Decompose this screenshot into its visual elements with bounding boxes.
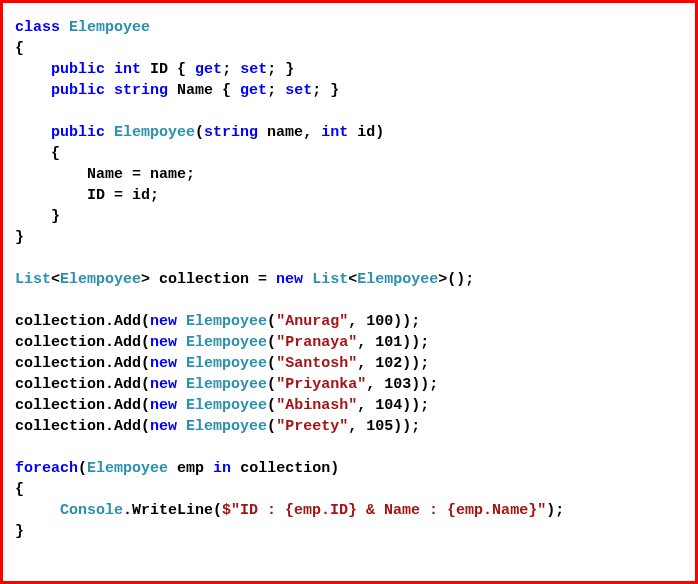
var-collection: collection	[15, 418, 105, 435]
var-collection: collection	[15, 397, 105, 414]
keyword-public: public	[51, 82, 105, 99]
emp6-name: "Preety"	[276, 418, 348, 435]
keyword-foreach: foreach	[15, 460, 78, 477]
keyword-new: new	[150, 397, 177, 414]
var-collection: collection	[15, 334, 105, 351]
type-elempoyee: Elempoyee	[186, 397, 267, 414]
keyword-set: set	[240, 61, 267, 78]
keyword-public: public	[51, 61, 105, 78]
var-collection: collection	[15, 376, 105, 393]
type-list: List	[312, 271, 348, 288]
emp1-id: 100	[366, 313, 393, 330]
method-add: Add	[114, 334, 141, 351]
keyword-new: new	[276, 271, 303, 288]
emp6-id: 105	[366, 418, 393, 435]
assign-name: Name = name;	[87, 166, 195, 183]
keyword-new: new	[150, 355, 177, 372]
writeline-str: $"ID : {emp.ID} & Name : {emp.Name}"	[222, 502, 546, 519]
param-name: name	[267, 124, 303, 141]
keyword-new: new	[150, 334, 177, 351]
type-elempoyee: Elempoyee	[87, 460, 168, 477]
type-elempoyee: Elempoyee	[357, 271, 438, 288]
type-elempoyee: Elempoyee	[69, 19, 150, 36]
keyword-int: int	[321, 124, 348, 141]
method-add: Add	[114, 418, 141, 435]
keyword-string: string	[114, 82, 168, 99]
type-elempoyee: Elempoyee	[186, 334, 267, 351]
prop-id: ID	[150, 61, 168, 78]
keyword-public: public	[51, 124, 105, 141]
emp2-name: "Pranaya"	[276, 334, 357, 351]
type-elempoyee: Elempoyee	[186, 376, 267, 393]
keyword-in: in	[213, 460, 231, 477]
var-collection: collection	[240, 460, 330, 477]
keyword-new: new	[150, 418, 177, 435]
type-elempoyee: Elempoyee	[60, 271, 141, 288]
ctor-name: Elempoyee	[114, 124, 195, 141]
keyword-set: set	[285, 82, 312, 99]
keyword-int: int	[114, 61, 141, 78]
type-elempoyee: Elempoyee	[186, 355, 267, 372]
method-add: Add	[114, 313, 141, 330]
var-collection: collection	[15, 313, 105, 330]
keyword-get: get	[240, 82, 267, 99]
emp3-name: "Santosh"	[276, 355, 357, 372]
keyword-get: get	[195, 61, 222, 78]
method-writeline: WriteLine	[132, 502, 213, 519]
emp5-id: 104	[375, 397, 402, 414]
assign-id: ID = id;	[87, 187, 159, 204]
keyword-new: new	[150, 376, 177, 393]
method-add: Add	[114, 355, 141, 372]
var-emp: emp	[177, 460, 204, 477]
emp4-id: 103	[384, 376, 411, 393]
keyword-class: class	[15, 19, 60, 36]
keyword-string: string	[204, 124, 258, 141]
type-elempoyee: Elempoyee	[186, 418, 267, 435]
emp1-name: "Anurag"	[276, 313, 348, 330]
method-add: Add	[114, 397, 141, 414]
type-list: List	[15, 271, 51, 288]
var-collection: collection	[15, 355, 105, 372]
type-elempoyee: Elempoyee	[186, 313, 267, 330]
emp2-id: 101	[375, 334, 402, 351]
code-block: class Elempoyee { public int ID { get; s…	[0, 0, 698, 584]
emp3-id: 102	[375, 355, 402, 372]
param-id: id	[357, 124, 375, 141]
emp5-name: "Abinash"	[276, 397, 357, 414]
prop-name: Name	[177, 82, 213, 99]
keyword-new: new	[150, 313, 177, 330]
emp4-name: "Priyanka"	[276, 376, 366, 393]
var-collection: collection	[159, 271, 249, 288]
method-add: Add	[114, 376, 141, 393]
type-console: Console	[60, 502, 123, 519]
